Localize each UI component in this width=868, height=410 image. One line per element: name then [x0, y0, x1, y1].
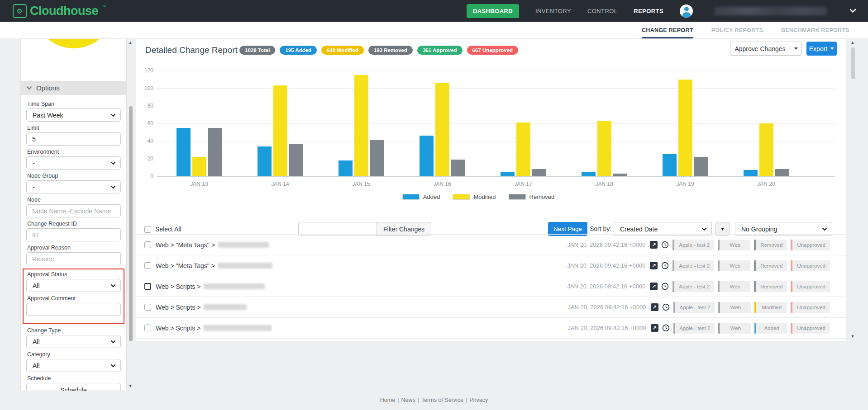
select-all-label: Select All [155, 226, 181, 233]
footer-link-home[interactable]: Home [380, 397, 395, 403]
chart-plot-area [157, 71, 835, 177]
field-change-request-id: Change Request ID [26, 221, 121, 241]
scroll-up-icon[interactable]: ▲ [851, 41, 855, 45]
chevron-down-icon [110, 284, 116, 287]
filter-fields: Time SpanPast WeekLimitEnvironment-Node … [21, 95, 126, 391]
legend-label: Removed [529, 193, 555, 200]
tag-web: Web [718, 323, 751, 334]
change-timestamp: JAN 20, 2026 09:42:16 +0000 [568, 304, 646, 311]
scroll-down-icon[interactable]: ▼ [851, 335, 855, 339]
nav-item-inventory[interactable]: INVENTORY [535, 8, 571, 14]
row-checkbox[interactable] [144, 283, 151, 290]
cloudhouse-gear-icon: ⚙ [13, 4, 27, 18]
bar-modified-jan-14 [273, 85, 287, 176]
history-clock-icon[interactable] [661, 283, 669, 290]
reports-subnav: CHANGE REPORT POLICY REPORTS BENCHMARK R… [0, 22, 868, 38]
brand-logo[interactable]: ⚙ Cloudhouse ™ [13, 4, 106, 18]
tag-web: Web [718, 260, 750, 271]
summary-badge-667-unapproved: 667 Unapproved [467, 46, 518, 55]
chevron-down-icon [110, 113, 116, 117]
tab-change-report[interactable]: CHANGE REPORT [642, 22, 693, 38]
change-timestamp: JAN 20, 2026 09:42:16 +0000 [568, 325, 646, 331]
user-avatar[interactable] [680, 5, 693, 18]
scroll-down-icon[interactable]: ▼ [129, 384, 133, 388]
sidebar-scrollbar-thumb[interactable] [129, 106, 133, 341]
y-tick-0: 0 [136, 173, 153, 179]
select-all-checkbox[interactable] [144, 226, 151, 233]
bar-removed-jan-20 [775, 169, 789, 176]
bar-added-jan-13 [176, 128, 191, 176]
chevron-down-icon [110, 185, 116, 189]
row-meta: JAN 20, 2026 09:42:16 +0000↗Apple - test… [568, 297, 830, 317]
footer-link-privacy[interactable]: Privacy [469, 397, 488, 403]
history-clock-icon[interactable] [661, 241, 669, 249]
approve-changes-button[interactable]: Approve Changes [730, 42, 790, 56]
field-label: Schedule [27, 375, 121, 382]
field-limit: Limit [26, 125, 121, 146]
field-category: CategoryAll [26, 351, 121, 372]
bar-group-jan-17 [501, 123, 546, 176]
node-input[interactable] [26, 204, 121, 217]
change-name-redacted [218, 242, 269, 248]
change-request-id-input[interactable] [26, 228, 121, 241]
change-row: Web > Scripts >JAN 20, 2026 09:42:16 +00… [136, 276, 847, 297]
change-path: Web > "Meta Tags" > [156, 241, 215, 249]
nav-item-control[interactable]: CONTROL [587, 8, 617, 14]
select-all-control: Select All [144, 226, 181, 233]
view-change-icon[interactable]: ↗ [651, 324, 658, 332]
view-change-icon[interactable]: ↗ [651, 303, 658, 311]
row-checkbox[interactable] [144, 262, 151, 269]
row-checkbox[interactable] [144, 304, 151, 311]
bar-added-jan-20 [744, 170, 758, 176]
view-change-icon[interactable]: ↗ [650, 283, 658, 290]
limit-input[interactable] [26, 132, 121, 146]
history-clock-icon[interactable] [662, 303, 670, 311]
content-scrollbar-thumb[interactable] [851, 47, 855, 79]
environment-select[interactable]: - [26, 156, 121, 170]
approval-reason-input[interactable] [26, 252, 121, 265]
change-timestamp: JAN 20, 2026 09:42:16 +0000 [567, 241, 645, 248]
approval-status-select[interactable]: All [26, 279, 121, 292]
history-clock-icon[interactable] [662, 324, 670, 332]
node-group-select[interactable]: - [26, 180, 121, 193]
field-approval-reason: Approval Reason [26, 245, 121, 265]
schedule-button[interactable]: Schedule [26, 383, 121, 391]
category-select[interactable]: All [26, 359, 121, 372]
export-button[interactable]: Export [806, 42, 837, 56]
tab-policy-reports[interactable]: POLICY REPORTS [711, 22, 763, 38]
chart-legend: AddedModifiedRemoved [157, 193, 800, 200]
change-row: Web > Scripts >JAN 20, 2026 09:42:16 +00… [136, 297, 847, 318]
bar-group-jan-14 [258, 85, 303, 176]
summary-badge-361-approved: 361 Approved [417, 46, 463, 55]
field-environment: Environment- [26, 149, 121, 170]
legend-item-added: Added [402, 193, 440, 200]
x-tick-jan-15: JAN 15 [341, 181, 382, 187]
options-header[interactable]: Options [21, 81, 126, 95]
bar-removed-jan-17 [532, 169, 546, 176]
tag-added: Added [754, 323, 787, 334]
bar-removed-jan-15 [370, 140, 384, 176]
row-checkbox[interactable] [144, 241, 151, 248]
view-change-icon[interactable]: ↗ [650, 262, 658, 269]
sidebar-scrollbar: ▲ ▼ [127, 38, 134, 391]
change-type-select[interactable]: All [26, 335, 121, 348]
user-menu-chevron-down-icon[interactable] [849, 7, 856, 15]
scroll-up-icon[interactable]: ▲ [129, 41, 133, 45]
nav-item-dashboard[interactable]: DASHBOARD [467, 4, 519, 18]
view-change-icon[interactable]: ↗ [650, 241, 658, 249]
filter-sidebar: Options Time SpanPast WeekLimitEnvironme… [20, 38, 127, 391]
row-checkbox[interactable] [144, 325, 151, 331]
field-label: Change Type [27, 327, 121, 334]
chevron-down-icon [701, 227, 707, 231]
footer-link-news[interactable]: News [401, 397, 415, 403]
nav-item-reports[interactable]: REPORTS [634, 8, 663, 14]
footer-link-terms-of-service[interactable]: Terms of Service [421, 397, 463, 403]
history-clock-icon[interactable] [661, 262, 669, 269]
row-meta: JAN 20, 2026 09:42:16 +0000↗Apple - test… [567, 276, 830, 297]
tag-apple-test-2: Apple - test 2 [672, 281, 714, 292]
tab-benchmark-reports[interactable]: BENCHMARK REPORTS [781, 22, 849, 38]
bar-modified-jan-13 [192, 157, 206, 176]
approval-comment-input[interactable] [26, 303, 121, 316]
time-span-select[interactable]: Past Week [26, 108, 121, 122]
approve-changes-dropdown-button[interactable] [790, 42, 802, 56]
